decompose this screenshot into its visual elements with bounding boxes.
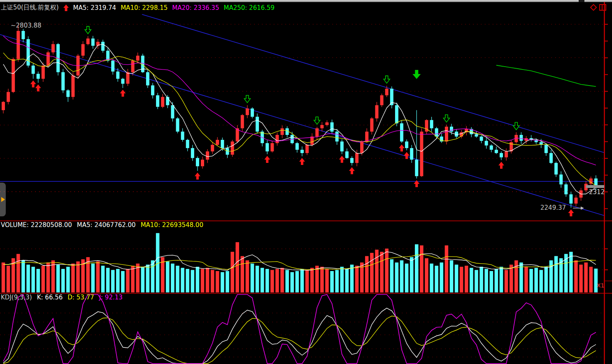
- kdj-header: KDJ(9,3,3) K: 66.56 D: 53.77 J: 92.13: [1, 294, 123, 301]
- kdj-k-value: K: 66.56: [37, 294, 63, 301]
- volume-ma5-value: MA5: 24067762.00: [77, 221, 136, 229]
- chart-title: 上证50(日线.前复权): [1, 4, 59, 12]
- volume-scale-label: X1: [597, 282, 605, 289]
- titlebar-notch: [579, 0, 584, 2]
- last-price-pointer: [586, 185, 604, 188]
- kdj-d-value: D: 53.77: [67, 294, 94, 301]
- chart-toolbar: [591, 4, 606, 11]
- volume-value: VOLUME: 22280508.00: [1, 221, 72, 229]
- kdj-j-value: J: 92.13: [99, 294, 123, 301]
- expand-arrow-icon: [1, 197, 5, 202]
- ma10-value: MA10: 2298.15: [121, 4, 168, 12]
- ma5-value: MA5: 2319.74: [73, 4, 116, 12]
- window-titlebar-edge: [0, 0, 612, 2]
- up-arrow-icon: [63, 5, 69, 11]
- panel-expander-handle[interactable]: [0, 183, 6, 216]
- low-price-label: 2249.37: [540, 204, 566, 211]
- ma20-value: MA20: 2336.35: [172, 4, 219, 12]
- kdj-name: KDJ(9,3,3): [1, 294, 32, 301]
- main-chart-header: 上证50(日线.前复权) MA5: 2319.74 MA10: 2298.15 …: [1, 4, 275, 12]
- chart-canvas[interactable]: [0, 0, 612, 364]
- ma250-value: MA250: 2616.59: [223, 4, 275, 12]
- high-price-label: ~2803.88: [11, 22, 42, 29]
- volume-ma10-value: MA10: 22693548.00: [141, 221, 203, 229]
- last-price-label: 2312: [589, 188, 605, 196]
- diamond-icon[interactable]: [590, 4, 597, 11]
- split-window-icon[interactable]: [599, 4, 606, 11]
- volume-header: VOLUME: 22280508.00 MA5: 24067762.00 MA1…: [1, 221, 203, 229]
- stock-chart-app: 上证50(日线.前复权) MA5: 2319.74 MA10: 2298.15 …: [0, 0, 612, 364]
